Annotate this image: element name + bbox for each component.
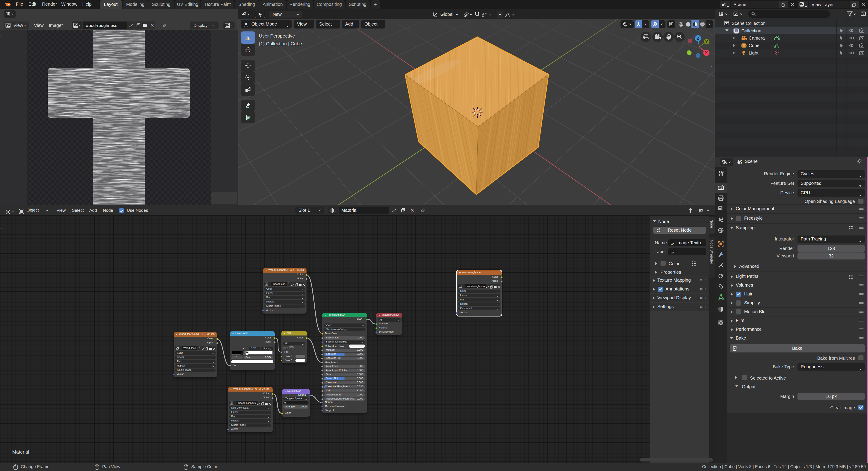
svg-text:Z: Z [697,36,699,40]
svg-text:Y: Y [705,39,708,44]
svg-text:X: X [705,51,708,55]
